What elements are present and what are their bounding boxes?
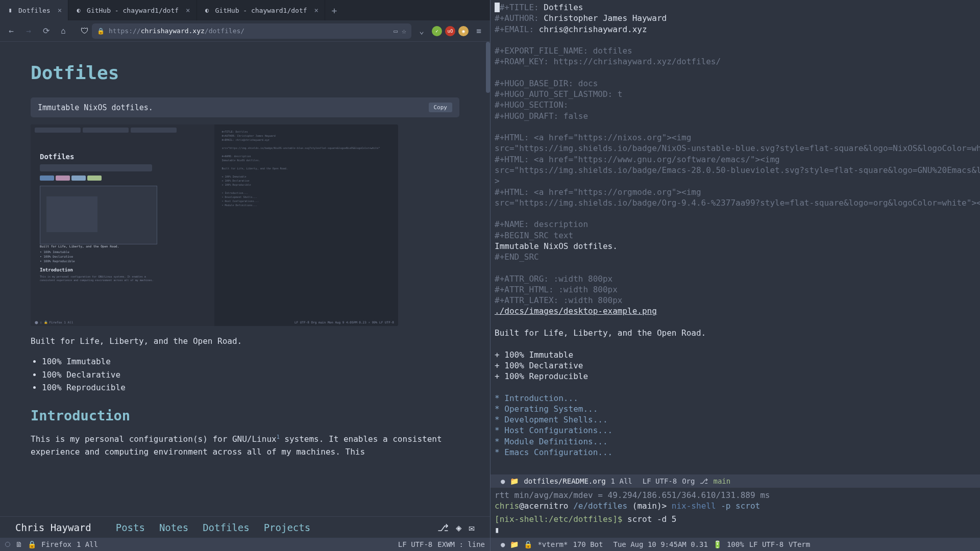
buffer-name: *vterm* — [537, 540, 568, 548]
home-button[interactable]: ⌂ — [56, 24, 70, 38]
modeline-left: 🗎 🔒 Firefox 1 All LF UTF-8 EXWM : line — [0, 538, 490, 551]
copy-button[interactable]: Copy — [429, 103, 453, 112]
page-content[interactable]: Dotfiles Immutable NixOS dotfiles. Copy … — [0, 42, 490, 516]
org-meta: #+ATTR_HTML: :width 800px — [495, 285, 618, 294]
back-button[interactable]: ← — [4, 24, 18, 38]
org-meta: #+ATTR_LATEX: :width 800px — [495, 295, 622, 305]
shield-icon[interactable]: 🛡 — [81, 26, 89, 36]
tab-dotfiles[interactable]: ▮ Dotfiles × — [0, 0, 68, 20]
email-icon[interactable]: ✉ — [469, 522, 475, 533]
extension-icon[interactable]: ◉ — [458, 26, 469, 36]
vterm-buffer[interactable]: rtt min/avg/max/mdev = 49.294/186.651/36… — [491, 488, 980, 538]
forward-button[interactable]: → — [21, 24, 36, 38]
code-text: Immutable NixOS dotfiles. — [38, 103, 153, 112]
org-heading[interactable]: * Operating System... — [495, 404, 598, 414]
org-meta: #+HUGO_BASE_DIR: docs — [495, 79, 598, 88]
cursor — [495, 3, 500, 12]
org-meta: #+HTML: <a href="https://www.gnu.org/sof… — [495, 155, 780, 164]
org-meta: #+ATTR_ORG: :width 800px — [495, 274, 612, 284]
tab-title: GitHub - chayward1/dotf — [215, 7, 307, 14]
brand-name[interactable]: Chris Hayward — [15, 522, 91, 533]
org-meta: #+HTML: <a href="https://nixos.org"><img — [495, 133, 691, 142]
position: 1 All — [611, 477, 632, 485]
folder-icon: 📁 — [510, 477, 519, 485]
cursor: ▮ — [495, 525, 500, 535]
mode: VTerm — [789, 540, 810, 548]
list-item: 100% Reproducible — [42, 381, 459, 394]
desktop-screenshot-image: Dotfiles Built for Life, Liberty, and th… — [31, 124, 398, 326]
org-source-buffer[interactable]: #+TITLE: Dotfiles#+AUTHOR: Christopher J… — [491, 0, 980, 474]
tab-github-2[interactable]: ◐ GitHub - chayward1/dotf × — [197, 0, 325, 20]
nav-projects[interactable]: Projects — [264, 522, 311, 533]
close-icon[interactable]: × — [314, 6, 318, 14]
extension-icon[interactable]: ✓ — [432, 26, 442, 36]
close-icon[interactable]: × — [186, 6, 190, 14]
battery-pct: 100% — [727, 540, 744, 548]
nav-posts[interactable]: Posts — [116, 522, 145, 533]
nav-notes[interactable]: Notes — [159, 522, 188, 533]
browser-tab-strip: ▮ Dotfiles × ◐ GitHub - chayward1/dotf ×… — [0, 0, 490, 20]
intro-paragraph: This is my personal configuration(s) for… — [31, 433, 459, 459]
ublock-icon[interactable]: uO — [445, 26, 455, 36]
navigation-toolbar: ← → ⟳ ⌂ 🛡 🔒 https://chrishayward.xyz/dot… — [0, 20, 490, 42]
org-meta: #+HUGO_AUTO_SET_LASTMOD: t — [495, 89, 622, 99]
modeline-vterm: ● 📁 🔒 *vterm* 170 Bot Tue Aug 10 9:45AM … — [491, 538, 980, 551]
org-heading[interactable]: * Emacs Configuration... — [495, 447, 612, 457]
url-text: https://chrishayward.xyz/dotfiles/ — [109, 27, 389, 35]
org-meta: #+EXPORT_FILE_NAME: dotfiles — [495, 46, 632, 56]
mode: Org — [682, 477, 695, 485]
tab-github-1[interactable]: ◐ GitHub - chayward1/dotf × — [68, 0, 197, 20]
org-meta: #+NAME: description — [495, 219, 588, 229]
clock: Tue Aug 10 9:45AM 0.31 — [613, 540, 707, 548]
section-heading: Introduction — [31, 408, 459, 423]
org-meta: #+HUGO_DRAFT: false — [495, 111, 588, 121]
org-meta: #+AUTHOR: — [495, 13, 544, 23]
github-icon[interactable]: ⎇ — [437, 522, 449, 533]
close-icon[interactable]: × — [58, 6, 62, 14]
org-text: chris@chrishayward.xyz — [539, 24, 647, 34]
github-icon: ◐ — [203, 6, 211, 14]
new-tab-button[interactable]: + — [325, 0, 344, 20]
scrollbar[interactable] — [486, 42, 490, 93]
org-heading[interactable]: * Host Configurations... — [495, 425, 612, 435]
git-branch: main — [713, 477, 730, 485]
org-link[interactable]: ./docs/images/desktop-example.png — [495, 306, 657, 316]
buffer-name: Firefox — [41, 540, 71, 548]
encoding: LF UTF-8 — [643, 477, 677, 485]
list-item: 100% Immutable — [42, 355, 459, 368]
tab-title: Dotfiles — [18, 7, 51, 14]
vterm-line: rtt min/avg/max/mdev = 49.294/186.651/36… — [495, 490, 770, 500]
reload-button[interactable]: ⟳ — [39, 24, 53, 38]
favicon-icon: ▮ — [6, 6, 14, 14]
gitlab-icon[interactable]: ◈ — [456, 522, 461, 533]
pocket-icon[interactable]: ⌄ — [414, 24, 429, 38]
org-heading[interactable]: * Module Definitions... — [495, 437, 608, 446]
org-heading[interactable]: * Introduction... — [495, 393, 578, 403]
org-text: Built for Life, Liberty, and the Open Ro… — [495, 328, 706, 338]
encoding: LF UTF-8 — [749, 540, 783, 548]
lock-icon: 🔒 — [28, 540, 36, 548]
org-heading[interactable]: * Development Shells... — [495, 415, 608, 424]
encoding: LF UTF-8 — [398, 540, 432, 548]
org-meta: #+TITLE: — [500, 3, 544, 12]
nav-dotfiles[interactable]: Dotfiles — [203, 522, 250, 533]
bookmark-icon[interactable]: ☆ — [402, 27, 406, 36]
org-meta: #+HTML: <a href="https://orgmode.org"><i… — [495, 187, 701, 197]
org-meta: #+ROAM_KEY: https://chrishayward.xyz/dot… — [495, 57, 721, 66]
org-text: Immutable NixOS dotfiles. — [495, 241, 618, 251]
org-meta: #+EMAIL: — [495, 24, 539, 34]
circle-icon: ● — [501, 477, 505, 485]
org-text: Dotfiles — [544, 3, 583, 12]
address-bar[interactable]: 🔒 https://chrishayward.xyz/dotfiles/ ▭ ☆ — [92, 23, 411, 39]
org-meta: #+BEGIN_SRC text — [495, 231, 573, 240]
org-text: + 100% Reproducible — [495, 371, 588, 381]
site-footer-nav: Chris Hayward Posts Notes Dotfiles Proje… — [0, 516, 490, 538]
menu-icon[interactable]: ≡ — [472, 24, 486, 38]
reader-icon[interactable]: ▭ — [394, 27, 398, 35]
position: 170 Bot — [573, 540, 603, 548]
folder-icon: 📁 — [510, 540, 519, 548]
battery-icon: 🔋 — [713, 540, 722, 548]
position: 1 All — [77, 540, 98, 548]
org-text: Christopher James Hayward — [544, 13, 667, 23]
code-block: Immutable NixOS dotfiles. Copy — [31, 97, 459, 117]
